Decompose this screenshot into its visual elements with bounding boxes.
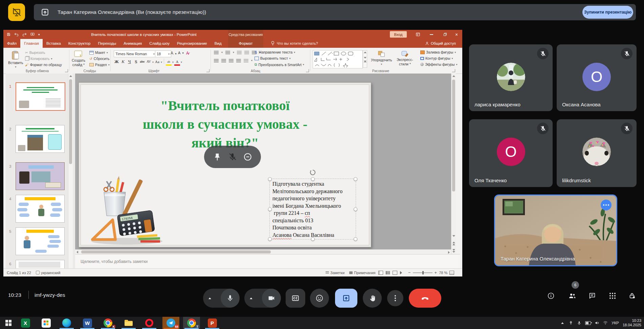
taskbar-word[interactable]: W bbox=[79, 317, 96, 329]
arrange-button[interactable]: Упорядочить▾ bbox=[371, 50, 392, 66]
character-spacing-button[interactable]: AV bbox=[146, 59, 152, 64]
participant-tile-lilikdrumstick[interactable]: lilikdrumstick bbox=[557, 119, 637, 187]
change-case-button[interactable]: Aa bbox=[154, 59, 160, 64]
numbering-button[interactable] bbox=[225, 51, 230, 55]
notes-pane[interactable]: Щелкните, чтобы добавить заметки bbox=[75, 254, 460, 269]
notes-toggle[interactable]: Заметки bbox=[326, 269, 345, 276]
volume-icon[interactable] bbox=[595, 321, 599, 325]
sign-in-button[interactable]: Вход bbox=[390, 31, 407, 38]
clear-formatting-button[interactable]: A̷ bbox=[186, 51, 189, 56]
tray-clock[interactable]: 10:23 18.04.2025 bbox=[623, 318, 641, 327]
strikethrough-button[interactable]: abc bbox=[139, 59, 145, 64]
participant-tile-larysa[interactable]: лариса крамаренко bbox=[469, 44, 553, 111]
slide-thumbnail-5[interactable] bbox=[16, 227, 65, 255]
scroll-up-button[interactable] bbox=[451, 74, 456, 79]
camera-button[interactable] bbox=[262, 289, 281, 308]
slide-thumbnail-4[interactable] bbox=[16, 195, 65, 223]
reactions-button[interactable] bbox=[310, 289, 329, 308]
slide-thumbnail-2[interactable] bbox=[16, 125, 65, 153]
share-button[interactable]: Общий доступ bbox=[425, 39, 456, 48]
start-button[interactable] bbox=[0, 317, 17, 329]
resize-handle-s[interactable] bbox=[311, 237, 315, 241]
layout-button[interactable]: Макет▾ bbox=[89, 50, 108, 55]
taskbar-excel[interactable]: X bbox=[17, 317, 34, 329]
tab-review[interactable]: Рецензирование bbox=[173, 39, 211, 48]
resize-handle-e[interactable] bbox=[354, 207, 357, 211]
battery-icon[interactable] bbox=[585, 321, 591, 325]
vertical-scrollbar[interactable] bbox=[451, 74, 456, 254]
normal-view-button[interactable] bbox=[378, 271, 383, 275]
drawing-dialog-launcher[interactable] bbox=[452, 69, 455, 72]
tab-view[interactable]: Вид bbox=[211, 39, 225, 48]
activities-button[interactable] bbox=[608, 292, 617, 300]
zoom-slider-thumb[interactable] bbox=[422, 271, 424, 274]
slide-thumbnail-3[interactable] bbox=[16, 162, 65, 190]
tab-slideshow[interactable]: Слайд-шоу bbox=[146, 39, 173, 48]
section-button[interactable]: Раздел▾ bbox=[89, 63, 110, 67]
tab-format[interactable]: Формат bbox=[235, 39, 257, 48]
underline-button[interactable]: Ч bbox=[127, 59, 132, 64]
text-direction-button[interactable]: ⇅Направление текста▾ bbox=[254, 50, 295, 54]
align-left-button[interactable] bbox=[214, 59, 219, 63]
thumbnail-scrollbar[interactable] bbox=[68, 74, 73, 269]
text-shadow-button[interactable]: S bbox=[133, 59, 139, 64]
italic-button[interactable]: К bbox=[120, 59, 126, 64]
next-slide-button[interactable] bbox=[451, 248, 456, 253]
credit-text-box[interactable]: Підготувала студентка Мелітопольського д… bbox=[269, 179, 356, 240]
shape-fill-button[interactable]: Заливка фигуры▾ bbox=[420, 50, 456, 54]
align-center-button[interactable] bbox=[221, 59, 226, 63]
paragraph-dialog-launcher[interactable] bbox=[306, 69, 309, 72]
shapes-gallery[interactable] bbox=[313, 50, 363, 68]
font-color-button[interactable]: А bbox=[174, 59, 180, 66]
present-button-active[interactable] bbox=[335, 289, 357, 308]
bold-button[interactable]: Ж bbox=[114, 59, 119, 64]
slide-sorter-view-button[interactable] bbox=[386, 271, 390, 274]
shapes-gallery-scroll[interactable] bbox=[363, 50, 367, 68]
reading-view-button[interactable] bbox=[393, 271, 397, 275]
paste-button[interactable]: Вставить▾ bbox=[8, 50, 23, 68]
end-call-button[interactable] bbox=[409, 289, 441, 308]
shape-outline-button[interactable]: Контур фигуры▾ bbox=[420, 56, 453, 60]
resize-handle-nw[interactable] bbox=[268, 177, 272, 181]
tab-insert[interactable]: Вставка bbox=[43, 39, 65, 48]
usb-device-icon[interactable] bbox=[569, 321, 573, 325]
format-painter-button[interactable]: 🖌Формат по образцу bbox=[25, 63, 62, 67]
scroll-down-button[interactable] bbox=[451, 233, 456, 239]
resize-handle-ne[interactable] bbox=[354, 177, 357, 181]
reset-button[interactable]: ↺Сбросить bbox=[89, 57, 109, 61]
slide-thumbnail-1[interactable] bbox=[16, 82, 65, 111]
copy-button[interactable]: Копировать▾ bbox=[25, 57, 52, 61]
font-name-select[interactable]: Times New Roman▾ bbox=[114, 50, 156, 57]
justify-button[interactable] bbox=[236, 59, 241, 63]
chat-button[interactable] bbox=[588, 292, 596, 300]
slideshow-icon[interactable] bbox=[30, 33, 35, 36]
language-indicator[interactable]: украинский bbox=[36, 269, 60, 276]
camera-options-chevron[interactable] bbox=[246, 293, 256, 303]
participant-tile-olya[interactable]: O Оля Ткаченко bbox=[469, 119, 553, 187]
horizontal-scroll-thumb[interactable] bbox=[81, 250, 271, 253]
shrink-font-button[interactable]: A▼ bbox=[178, 51, 184, 55]
taskbar-chrome-k[interactable]: K bbox=[99, 317, 116, 329]
qat-customize-icon[interactable]: ▾ bbox=[38, 33, 40, 36]
pin-icon[interactable] bbox=[213, 152, 222, 161]
resize-handle-n[interactable] bbox=[311, 177, 315, 181]
zoom-level[interactable]: 78 % bbox=[439, 271, 447, 275]
network-icon[interactable] bbox=[603, 321, 608, 325]
redo-icon[interactable] bbox=[22, 33, 27, 36]
resize-handle-w[interactable] bbox=[268, 207, 272, 211]
undo-icon[interactable] bbox=[14, 33, 19, 36]
meeting-details-button[interactable] bbox=[547, 292, 555, 300]
minimize-button[interactable] bbox=[426, 30, 437, 39]
zoom-out-button[interactable]: − bbox=[408, 270, 411, 275]
captions-button[interactable] bbox=[286, 289, 305, 308]
tell-me-search[interactable]: Что вы хотите сделать? bbox=[271, 39, 318, 48]
zoom-slider[interactable] bbox=[413, 272, 432, 273]
close-button[interactable]: × bbox=[451, 30, 462, 39]
slideshow-view-button[interactable] bbox=[400, 271, 402, 274]
align-right-button[interactable] bbox=[229, 59, 234, 63]
fit-to-window-button[interactable] bbox=[449, 271, 454, 275]
raise-hand-button[interactable] bbox=[363, 289, 382, 308]
clipboard-dialog-launcher[interactable] bbox=[65, 69, 68, 72]
taskbar-telegram[interactable]: 64 bbox=[162, 317, 179, 329]
zoom-in-button[interactable]: + bbox=[435, 270, 437, 275]
